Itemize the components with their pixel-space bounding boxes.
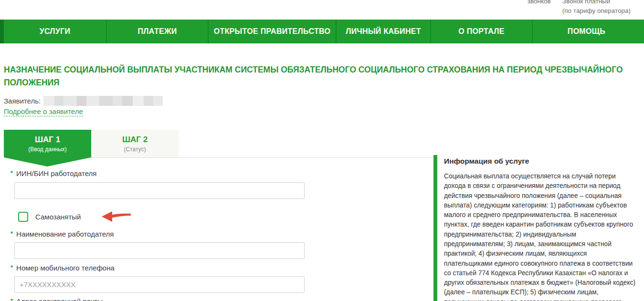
header-phone-note: звонков Звонок платный (по тарифу операт… <box>528 0 631 16</box>
applicant-row: Заявитель: <box>4 96 163 106</box>
nav-item-open-government[interactable]: ОТКРЫТОЕ ПРАВИТЕЛЬСТВО <box>208 20 336 43</box>
tab-step2-subtitle: (Статус) <box>124 146 146 153</box>
service-info-title: Информация об услуге <box>444 157 636 166</box>
nav-item-help[interactable]: ПОМОЩЬ <box>532 20 640 43</box>
main-nav: УСЛУГИ ПЛАТЕЖИ ОТКРЫТОЕ ПРАВИТЕЛЬСТВО ЛИ… <box>0 20 644 43</box>
phone-note-right: Звонок платный (по тарифу оператора) <box>562 0 631 16</box>
phone-note-line1: Звонок платный <box>562 0 611 5</box>
tab-step2[interactable]: ШАГ 2 (Статус) <box>91 130 179 157</box>
step-tabs: ШАГ 1 (Ввод данных) ШАГ 2 (Статус) <box>4 130 432 157</box>
nav-item-personal-cabinet[interactable]: ЛИЧНЫЙ КАБИНЕТ <box>336 20 430 43</box>
tab-step1-title: ШАГ 1 <box>35 135 60 145</box>
red-pointer-arrow-icon <box>101 210 132 223</box>
page-title: НАЗНАЧЕНИЕ СОЦИАЛЬНОЙ ВЫПЛАТЫ УЧАСТНИКАМ… <box>4 63 640 89</box>
self-employed-checkbox[interactable] <box>18 212 28 222</box>
phone-note-line2: (по тарифу оператора) <box>562 7 631 14</box>
phone-note-left: звонков <box>528 0 551 16</box>
nav-item-services[interactable]: УСЛУГИ <box>4 20 106 43</box>
tab-step2-title: ШАГ 2 <box>122 135 148 145</box>
phone-label: *Номер мобильного телефона <box>11 264 309 272</box>
iin-input[interactable] <box>14 182 305 199</box>
application-form: *ИИН/БИН работодателя Самозанятый *Наиме… <box>4 166 309 301</box>
nav-left-edge <box>0 20 4 43</box>
applicant-details-link[interactable]: Подробнее о заявителе <box>4 107 83 116</box>
nav-item-payments[interactable]: ПЛАТЕЖИ <box>106 20 208 43</box>
service-info-body: Социальная выплата осуществляется на слу… <box>444 172 636 301</box>
tab-step1[interactable]: ШАГ 1 (Ввод данных) <box>4 130 91 157</box>
phone-label-text: Номер мобильного телефона <box>16 264 115 272</box>
egov-service-page: звонков Звонок платный (по тарифу операт… <box>0 0 644 301</box>
active-tab-pointer-icon <box>4 157 91 166</box>
tab-step1-subtitle: (Ввод данных) <box>28 146 67 153</box>
required-mark: * <box>11 169 13 176</box>
employer-name-label-text: Наименование работодателя <box>16 230 114 238</box>
required-mark: * <box>11 230 13 237</box>
phone-input[interactable] <box>14 276 305 293</box>
self-employed-row: Самозанятый <box>18 210 309 223</box>
email-label-text: Адрес электронной почты <box>16 297 103 301</box>
applicant-label: Заявитель: <box>4 97 41 105</box>
required-mark: * <box>11 264 13 271</box>
service-info-panel: Информация об услуге Социальная выплата … <box>433 155 636 301</box>
applicant-name-redacted <box>43 96 163 106</box>
iin-label-text: ИИН/БИН работодателя <box>16 169 96 177</box>
email-label: *Адрес электронной почты <box>11 297 309 301</box>
employer-name-input[interactable] <box>14 242 305 259</box>
nav-item-about-portal[interactable]: О ПОРТАЛЕ <box>430 20 532 43</box>
self-employed-label: Самозанятый <box>35 213 81 221</box>
required-mark: * <box>11 297 13 301</box>
employer-name-label: *Наименование работодателя <box>11 230 309 238</box>
iin-label: *ИИН/БИН работодателя <box>11 166 309 177</box>
